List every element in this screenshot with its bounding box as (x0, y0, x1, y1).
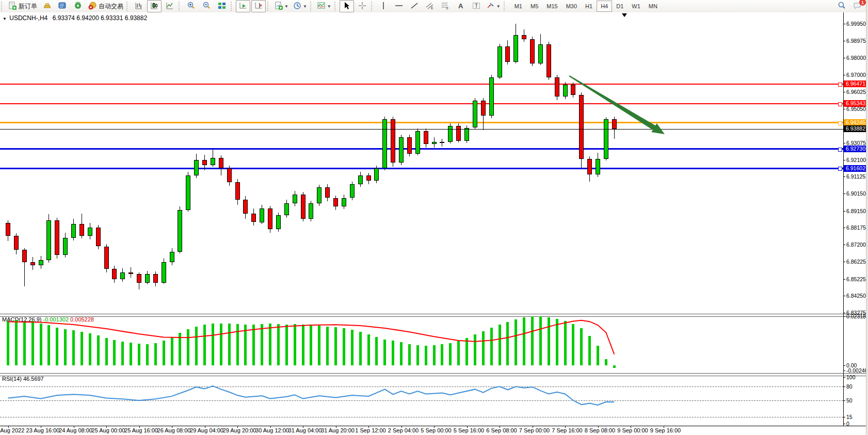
price-level-line[interactable] (0, 122, 843, 123)
toolbar-grip[interactable] (310, 2, 314, 11)
timeframe-button-D1[interactable]: D1 (612, 1, 628, 12)
candle-body (473, 101, 477, 127)
new-order-button[interactable]: 新订单 (6, 0, 39, 12)
vertical-line-tool-button[interactable] (376, 0, 391, 12)
price-level-line[interactable] (0, 168, 843, 169)
candle-body (6, 223, 10, 236)
candlestick-chart-button[interactable] (147, 0, 162, 12)
chart-shift-button[interactable] (251, 0, 266, 12)
candle-body (170, 252, 174, 262)
macd-histogram-bar (64, 329, 67, 365)
text-tool-button[interactable]: A (454, 0, 468, 12)
toolbar-grip[interactable] (126, 2, 130, 11)
candle-body (63, 238, 68, 255)
new-chart-button[interactable]: ▼ (272, 0, 290, 12)
candle-body (219, 158, 223, 168)
toolbar-grip[interactable] (504, 2, 507, 11)
fibonacci-tool-button[interactable]: F (438, 0, 453, 12)
time-axis-tick (598, 426, 599, 428)
candle-body (456, 126, 461, 141)
price-level-handle[interactable] (838, 121, 842, 125)
macd-histogram-bar (302, 325, 304, 365)
timeframe-button-M1[interactable]: M1 (510, 1, 526, 12)
time-axis-tick (41, 426, 41, 428)
candlestick-chart-icon (150, 1, 159, 12)
timeframe-button-M30[interactable]: M30 (562, 1, 581, 12)
candle-body (235, 182, 240, 200)
rsi-axis-label: 15 (846, 414, 868, 420)
timeframe-button-H4[interactable]: H4 (597, 1, 612, 12)
toolbar-grip[interactable] (231, 2, 234, 11)
signals-button[interactable] (71, 0, 85, 12)
candle-body (530, 39, 535, 63)
cursor-button[interactable] (340, 0, 354, 12)
toolbar-grip[interactable] (179, 2, 182, 11)
macd-histogram-bar (318, 326, 320, 365)
gold-ingot-icon (42, 1, 52, 12)
price-level-line[interactable] (0, 103, 843, 104)
market-watch-button[interactable] (55, 0, 70, 12)
macd-histogram-bar (138, 344, 140, 365)
candle-body (538, 44, 543, 63)
price-level-label: 6.92730 (844, 146, 867, 152)
timeframe-button-H1[interactable]: H1 (581, 1, 597, 12)
price-level-line[interactable] (0, 84, 843, 85)
candle-body (440, 142, 444, 143)
svg-text:T: T (475, 3, 478, 9)
chevron-down-icon: ▼ (496, 4, 501, 9)
timeframe-button-M5[interactable]: M5 (526, 1, 542, 12)
arrows-tool-button[interactable]: ▼ (485, 0, 502, 12)
candle-body (513, 35, 518, 62)
text-label-tool-button[interactable]: T (469, 0, 484, 12)
timeframe-button-W1[interactable]: W1 (628, 1, 645, 12)
macd-histogram-bar (465, 338, 468, 365)
toolbar-grip[interactable] (267, 2, 271, 11)
macd-histogram-bar (269, 324, 271, 365)
auto-trading-button[interactable]: 自动交易 (86, 0, 125, 12)
indicators-button[interactable]: ▼ (315, 0, 333, 12)
toolbar-grip[interactable] (371, 2, 375, 11)
candle-body (333, 198, 338, 207)
toolbar-grip[interactable] (334, 2, 338, 11)
macd-histogram-bar (605, 359, 607, 365)
timeframe-button-MN[interactable]: MN (645, 1, 662, 12)
rsi-level-line (0, 386, 843, 387)
fibonacci-icon: F (441, 1, 450, 12)
macd-histogram-bar (15, 320, 18, 365)
price-level-handle[interactable] (838, 167, 842, 171)
horizontal-line-icon (394, 1, 404, 12)
macd-histogram-bar (7, 321, 9, 365)
price-level-handle[interactable] (838, 148, 842, 152)
equidistant-channel-tool-button[interactable]: E (423, 0, 437, 12)
deposit-button[interactable] (40, 0, 54, 12)
price-axis-label: 6.90150 (846, 190, 868, 197)
candle-body (546, 44, 551, 77)
bar-chart-button[interactable] (132, 0, 146, 12)
price-level-handle[interactable] (838, 102, 842, 106)
crosshair-button[interactable] (355, 0, 369, 12)
candle-body (46, 220, 51, 260)
macd-histogram-bar (310, 325, 312, 365)
price-tick (843, 109, 845, 109)
timeframe-button-M15[interactable]: M15 (542, 1, 561, 12)
auto-scroll-button[interactable] (236, 0, 250, 12)
price-level-line[interactable] (0, 148, 843, 150)
notifications-button[interactable]: 1 (850, 0, 864, 12)
price-axis-label: 6.99950 (846, 21, 868, 27)
profiles-button[interactable]: ▼ (291, 0, 309, 12)
zoom-in-button[interactable] (184, 0, 198, 12)
cursor-icon (342, 1, 351, 12)
macd-histogram-bar (499, 325, 501, 365)
horizontal-line-tool-button[interactable] (392, 0, 406, 12)
trendline-tool-button[interactable] (407, 0, 422, 12)
chart-area[interactable]: ▼ USDCNH-,H4 6.93374 6.94200 6.93331 6.9… (0, 12, 868, 435)
tile-windows-button[interactable] (215, 0, 229, 12)
price-level-handle[interactable] (838, 83, 842, 87)
macd-histogram-bar (580, 328, 583, 365)
line-chart-button[interactable] (163, 0, 177, 12)
search-button[interactable] (834, 0, 849, 12)
zoom-out-button[interactable] (199, 0, 214, 12)
price-axis-label: 6.98975 (846, 38, 868, 44)
time-axis-tick (664, 426, 664, 428)
toolbar-grip[interactable] (1, 2, 5, 11)
